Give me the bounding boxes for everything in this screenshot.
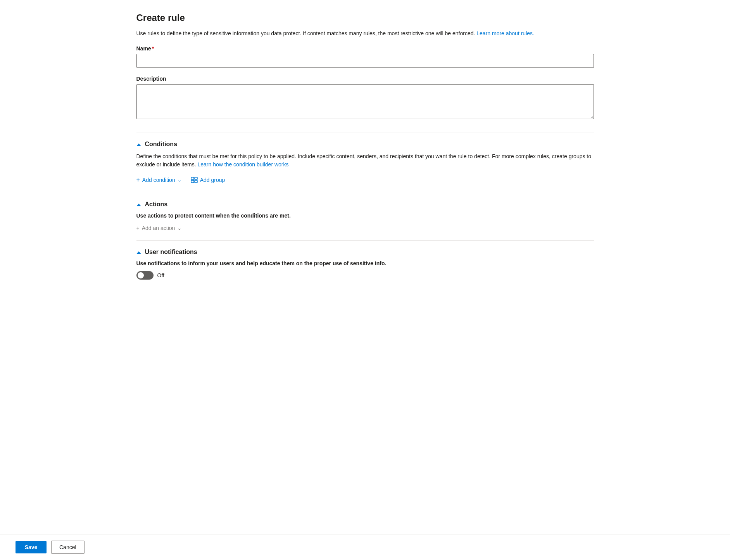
add-action-caret-icon: ⌄ [177,225,182,231]
add-condition-plus-icon: + [136,176,140,183]
svg-rect-3 [195,180,197,183]
name-field-group: Name* [136,45,594,76]
actions-header[interactable]: Actions [136,201,594,208]
cancel-button[interactable]: Cancel [51,541,85,554]
user-notifications-section: User notifications Use notifications to … [136,249,594,280]
user-notifications-description: Use notifications to inform your users a… [136,260,594,266]
user-notifications-chevron-icon [136,249,141,255]
description-field-group: Description [136,76,594,130]
conditions-chevron-icon [136,141,141,147]
user-notifications-toggle[interactable] [136,271,154,280]
conditions-description: Define the conditions that must be met f… [136,152,594,169]
actions-chevron-icon [136,201,141,207]
toggle-label: Off [157,272,164,278]
toggle-track [136,271,154,280]
page-container: Create rule Use rules to define the type… [121,0,609,560]
toggle-thumb [138,272,144,278]
description-input[interactable] [136,84,594,119]
add-group-label: Add group [200,177,225,183]
actions-section: Actions Use actions to protect content w… [136,201,594,233]
conditions-section: Conditions Define the conditions that mu… [136,141,594,185]
svg-rect-0 [191,177,194,180]
conditions-header[interactable]: Conditions [136,141,594,148]
page-title: Create rule [136,12,594,23]
svg-rect-1 [195,177,197,180]
user-notifications-title: User notifications [145,249,197,256]
toggle-container: Off [136,271,594,280]
conditions-title: Conditions [145,141,178,148]
actions-title: Actions [145,201,168,208]
learn-more-link[interactable]: Learn more about rules. [476,30,534,36]
required-indicator: * [152,45,154,52]
name-label: Name* [136,45,594,52]
divider-3 [136,240,594,241]
divider-2 [136,193,594,193]
name-input[interactable] [136,54,594,68]
save-button[interactable]: Save [16,541,47,553]
svg-rect-2 [191,180,194,183]
add-condition-button[interactable]: + Add condition ⌄ [136,175,181,185]
add-action-plus-icon: + [136,225,140,231]
user-notifications-header[interactable]: User notifications [136,249,594,256]
bottom-bar: Save Cancel [0,534,730,560]
add-action-label: Add an action [142,225,175,231]
add-group-icon [191,177,198,183]
conditions-action-row: + Add condition ⌄ Add group [136,175,594,185]
condition-builder-link[interactable]: Learn how the condition builder works [197,161,288,168]
add-group-button[interactable]: Add group [191,175,225,185]
actions-subtext: Use actions to protect content when the … [136,213,594,219]
divider-1 [136,133,594,133]
add-action-button[interactable]: + Add an action ⌄ [136,223,182,233]
description-label: Description [136,76,594,82]
add-condition-caret-icon: ⌄ [178,177,181,183]
add-condition-label: Add condition [142,177,175,183]
page-description: Use rules to define the type of sensitiv… [136,29,594,38]
